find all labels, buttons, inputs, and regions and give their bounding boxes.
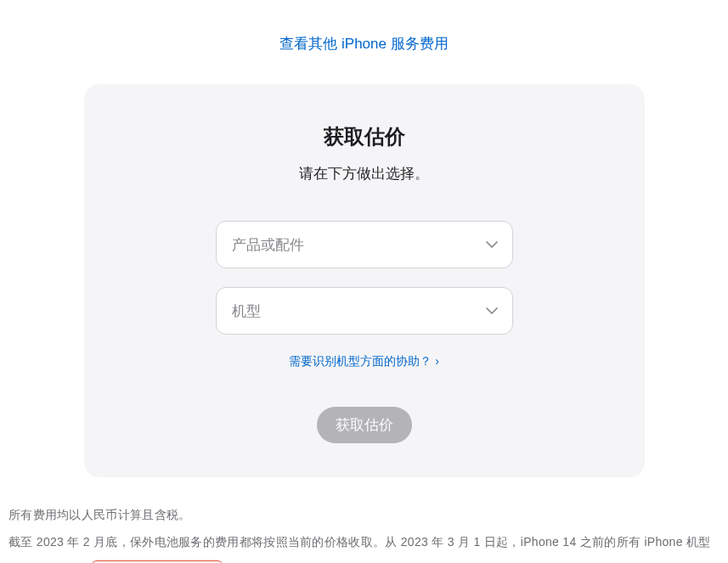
model-select[interactable]: 机型 (216, 287, 513, 335)
identify-model-help-link[interactable]: 需要识别机型方面的协助？› (289, 354, 439, 368)
footnote-tax: 所有费用均以人民币计算且含税。 (8, 501, 720, 528)
model-select-wrap: 机型 (216, 287, 513, 335)
footnote-price-change: 截至 2023 年 2 月底，保外电池服务的费用都将按照当前的价格收取。从 20… (8, 528, 720, 563)
product-select[interactable]: 产品或配件 (216, 221, 513, 268)
card-subtitle: 请在下方做出选择。 (118, 164, 611, 183)
footnote-pre: 截至 2023 年 2 月底，保外电池服务的费用都将按照当前的价格收取。从 20… (8, 535, 711, 563)
help-link-label: 需要识别机型方面的协助？ (289, 354, 432, 368)
chevron-right-icon: › (435, 354, 439, 368)
model-select-placeholder: 机型 (232, 301, 261, 321)
estimate-card: 获取估价 请在下方做出选择。 产品或配件 机型 需要识别机型方面的协助？› 获取… (84, 84, 645, 477)
help-link-wrap: 需要识别机型方面的协助？› (118, 353, 611, 369)
product-select-wrap: 产品或配件 (216, 221, 513, 268)
footnotes: 所有费用均以人民币计算且含税。 截至 2023 年 2 月底，保外电池服务的费用… (8, 477, 720, 563)
other-services-link[interactable]: 查看其他 iPhone 服务费用 (279, 36, 448, 52)
top-link-wrap: 查看其他 iPhone 服务费用 (8, 34, 720, 53)
page-container: 查看其他 iPhone 服务费用 获取估价 请在下方做出选择。 产品或配件 机型… (0, 0, 728, 563)
card-title: 获取估价 (118, 123, 611, 150)
get-estimate-button[interactable]: 获取估价 (317, 407, 412, 443)
product-select-placeholder: 产品或配件 (232, 235, 304, 255)
